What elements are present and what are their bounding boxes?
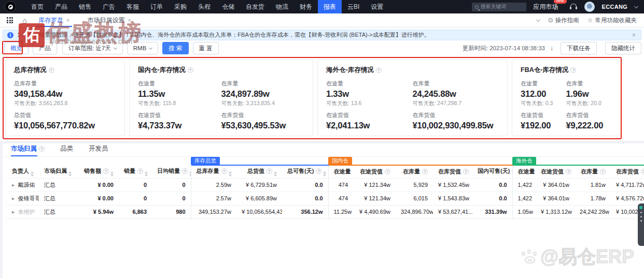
floating-helper-tab[interactable] — [638, 203, 644, 246]
column-header-11[interactable]: 在库货值? — [433, 165, 472, 178]
column-header-4[interactable]: 日均销量? — [152, 165, 191, 178]
column-header-14[interactable]: 在途货值? — [536, 165, 575, 178]
search-input[interactable]: 搜索关键词 — [472, 3, 526, 11]
download-arrow-icon[interactable]: ↓ — [550, 45, 553, 52]
expand-row-icon[interactable]: ▶ — [12, 183, 15, 187]
column-header-10[interactable]: 在库量? — [396, 165, 433, 178]
cell: 汇总 — [39, 205, 76, 218]
question-icon[interactable]: ? — [49, 67, 54, 73]
table-row[interactable]: ▶戴源佑汇总¥ 0.00002.59w¥ 6,729.51w0.0474¥ 12… — [7, 178, 644, 192]
column-header-12[interactable]: 国内可售(天)? — [472, 165, 512, 178]
currency-select[interactable]: RMB — [127, 42, 159, 54]
menu-item-9[interactable]: 自发货 — [240, 0, 270, 13]
question-icon[interactable]: ? — [376, 67, 382, 73]
menu-item-5[interactable]: 订单 — [145, 0, 169, 13]
column-header-7[interactable]: 总可售(天)? — [282, 165, 328, 178]
download-tasks-button[interactable]: 下载任务 — [561, 42, 597, 54]
question-icon[interactable]: ? — [188, 67, 193, 73]
apps-grid-icon[interactable] — [7, 17, 13, 23]
close-icon[interactable]: × — [66, 17, 69, 23]
column-header-13[interactable]: 在途量? — [512, 165, 536, 178]
notice-text: 1.订单、销量等数据，请开通【数据罗盘】！2.国内仓、海外仓的库存成本取自入库单… — [17, 31, 430, 39]
reset-button[interactable]: 重 置 — [193, 42, 219, 54]
metric: 在库货值¥10,002,930,499.85w — [413, 111, 499, 138]
sort-icon[interactable] — [274, 171, 277, 177]
app-market-link[interactable]: 应用市场 new — [534, 3, 558, 11]
metric-label: 在库货值 — [566, 111, 612, 119]
table-row[interactable]: ▶俊锋哥哥汇总¥ 0.00002.57w¥ 6,605.89w0.0474¥ 1… — [7, 192, 644, 205]
sort-icon[interactable] — [323, 171, 326, 177]
metric-sub: 可售天数: 13.6 — [326, 100, 413, 107]
metric-value: ¥10,002,930,499.85w — [413, 121, 499, 130]
order-range-select[interactable]: 订单范围: 近7天 — [62, 42, 123, 54]
search-button[interactable]: 搜 索 — [162, 42, 188, 54]
support-headset-icon[interactable] — [570, 4, 577, 10]
cell: 6,863 — [119, 205, 152, 218]
metric: 在途量312.00可售天数: 0.3 — [521, 80, 566, 107]
column-header-15[interactable]: 在库量? — [575, 165, 611, 178]
menu-item-1[interactable]: 产品 — [49, 0, 73, 13]
table-row[interactable]: ▶未维护汇总¥ 5.94w6,863980349,153.27w¥ 10,056… — [7, 205, 644, 218]
cell: 5,929 — [396, 178, 433, 192]
sort-icon[interactable] — [229, 171, 232, 177]
hide-stats-button[interactable]: 隐藏统计 — [605, 42, 641, 54]
column-header-16[interactable]: 在库货值? — [611, 165, 644, 178]
report-tab-0[interactable]: 市场归属? — [11, 144, 45, 156]
question-icon: ? — [267, 168, 272, 174]
user-avatar[interactable] — [584, 2, 595, 12]
home-icon[interactable]: ⌂ — [22, 17, 27, 24]
question-icon: ? — [566, 169, 571, 174]
sort-icon[interactable] — [145, 171, 148, 177]
menu-item-14[interactable]: 设置 — [365, 0, 389, 13]
menu-item-8[interactable]: 仓储 — [216, 0, 240, 13]
cell: 0.0 — [282, 192, 328, 205]
menu-item-2[interactable]: 销售 — [73, 0, 97, 13]
menu-item-13[interactable]: 云BI — [342, 0, 365, 13]
metric-sub — [138, 131, 221, 138]
product-button[interactable]: 产品 — [33, 42, 57, 54]
menu-item-6[interactable]: 采购 — [169, 0, 192, 13]
column-header-0[interactable]: 负责人 — [7, 165, 39, 178]
expand-row-icon[interactable]: ▶ — [12, 210, 15, 214]
column-header-8[interactable]: 在途量? — [328, 165, 353, 178]
menu-item-12[interactable]: 报表 — [318, 0, 342, 13]
username[interactable]: ECCANG — [602, 4, 627, 10]
column-header-2[interactable]: 销售额? — [76, 165, 119, 178]
menu-item-11[interactable]: 财务 — [294, 0, 318, 13]
app-logo-icon[interactable] — [5, 1, 16, 12]
sort-icon[interactable] — [31, 171, 34, 177]
metric-label: 总货值 — [14, 111, 116, 119]
new-badge: new — [554, 0, 567, 4]
column-group-badge: 库存总览 — [191, 157, 220, 165]
sort-icon[interactable] — [110, 171, 114, 177]
menu-item-10[interactable]: 物流 — [270, 0, 294, 13]
top-navbar: 首页产品销售广告客服订单采购头程仓储自发货物流财务报表云BI设置 搜索关键词 应… — [0, 0, 644, 13]
metric-value: ¥192.00 — [521, 121, 566, 130]
main-menu: 首页产品销售广告客服订单采购头程仓储自发货物流财务报表云BI设置 — [25, 0, 389, 13]
menu-item-3[interactable]: 广告 — [97, 0, 121, 13]
favorites-link[interactable]: ☆ 常用功能收藏夹 — [587, 17, 637, 24]
question-icon[interactable]: ? — [570, 67, 576, 73]
tab-market-attribution-settings[interactable]: 市场归属设置× — [81, 13, 137, 27]
tab-inventory-compass[interactable]: 库存罗盘× — [32, 13, 76, 27]
column-header-6[interactable]: 总货值? — [236, 165, 282, 178]
menu-item-7[interactable]: 头程 — [192, 0, 216, 13]
close-icon[interactable]: × — [128, 17, 131, 23]
column-header-9[interactable]: 在途货值? — [353, 165, 396, 178]
collapse-chevron-icon[interactable] — [536, 17, 540, 21]
column-header-1[interactable]: 市场归属 — [39, 165, 76, 178]
menu-item-0[interactable]: 首页 — [25, 0, 49, 13]
expand-row-icon[interactable]: ▶ — [12, 197, 15, 200]
report-tab-1[interactable]: 品类 — [60, 144, 73, 156]
notice-close-icon[interactable]: × — [631, 32, 637, 39]
operation-guide-link[interactable]: ⊙ 操作指南 — [548, 17, 579, 24]
column-header-3[interactable]: 销量? — [119, 165, 152, 178]
column-header-5[interactable]: 总库存量? — [191, 165, 236, 178]
sort-icon[interactable] — [68, 171, 72, 177]
summary-cards: 总库存情况?总库存量349,158.44w可售天数: 3,561,283.8总货… — [5, 60, 620, 136]
cell: ¥ 10,056,554,435.42 — [236, 205, 282, 218]
report-tab-2[interactable]: 开发员 — [89, 144, 108, 156]
overview-button[interactable]: 概览 — [4, 42, 29, 54]
menu-item-4[interactable]: 客服 — [121, 0, 145, 13]
user-menu-chevron-icon[interactable] — [634, 4, 638, 8]
